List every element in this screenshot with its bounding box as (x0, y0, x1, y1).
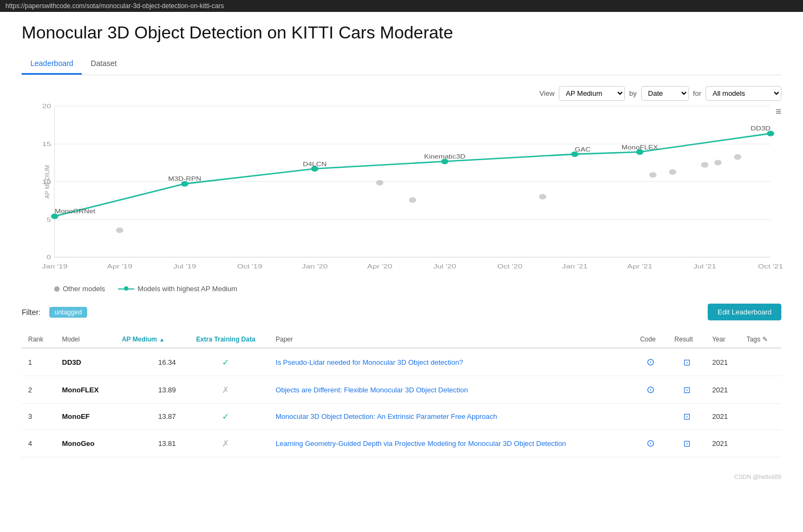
paper-cell: Learning Geometry-Guided Depth via Proje… (269, 430, 634, 457)
svg-text:Jul '19: Jul '19 (173, 262, 196, 270)
ap-medium-cell: 16.34 (115, 348, 182, 376)
paper-link[interactable]: Objects are Different: Flexible Monocula… (276, 386, 468, 394)
svg-text:Jan '20: Jan '20 (302, 262, 328, 270)
result-cell: ⊡ (668, 348, 706, 376)
other-dot (54, 286, 60, 292)
col-result: Result (668, 331, 706, 348)
extra-training-cell: ✓ (182, 404, 269, 430)
chart-container: ≡ AP MEDIUM 0 5 10 15 20 Jan '19 Apr '19 (22, 106, 781, 279)
svg-text:MonoFLEX: MonoFLEX (622, 144, 658, 150)
svg-text:Jan '19: Jan '19 (42, 262, 67, 270)
ap-medium-cell: 13.81 (115, 430, 182, 457)
filter-row: Filter: untagged Edit Leaderboard (22, 304, 781, 320)
chart-controls: View AP Medium AP Easy AP Hard by Date S… (22, 86, 781, 101)
main-line (118, 288, 134, 290)
svg-point-23 (376, 180, 383, 185)
svg-text:DD3D: DD3D (750, 126, 771, 132)
svg-point-30 (734, 154, 741, 160)
tab-bar: Leaderboard Dataset (22, 54, 781, 75)
tab-leaderboard[interactable]: Leaderboard (22, 54, 82, 75)
tags-cell (740, 348, 781, 376)
model-cell: MonoFLEX (56, 376, 115, 404)
svg-point-27 (669, 169, 676, 175)
rank-cell: 3 (22, 404, 56, 430)
legend-main: Models with highest AP Medium (118, 285, 237, 293)
code-cell: ⊙ (634, 376, 668, 404)
paper-cell: Is Pseudo-Lidar needed for Monocular 3D … (269, 348, 634, 376)
extra-training-cell: ✓ (182, 348, 269, 376)
svg-text:Apr '20: Apr '20 (367, 262, 393, 270)
github-icon[interactable]: ⊙ (647, 357, 655, 367)
col-code: Code (634, 331, 668, 348)
tags-cell (740, 376, 781, 404)
col-model: Model (56, 331, 115, 348)
year-cell: 2021 (706, 404, 740, 430)
sort-icon: ▲ (159, 337, 165, 343)
svg-text:D4LCN: D4LCN (303, 161, 327, 167)
metric-select[interactable]: AP Medium AP Easy AP Hard (559, 86, 625, 101)
code-cell (634, 404, 668, 430)
svg-text:Apr '21: Apr '21 (627, 262, 652, 270)
paper-link[interactable]: Monocular 3D Object Detection: An Extrin… (276, 412, 497, 421)
ap-medium-cell: 13.89 (115, 376, 182, 404)
result-cell: ⊡ (668, 404, 706, 430)
svg-point-26 (649, 172, 656, 178)
github-icon[interactable]: ⊙ (647, 438, 655, 449)
year-cell: 2021 (706, 430, 740, 457)
chart-area: AP MEDIUM 0 5 10 15 20 Jan '19 Apr '19 J… (54, 106, 771, 258)
tags-edit-icon[interactable]: ✎ (762, 336, 768, 343)
svg-text:20: 20 (42, 103, 51, 110)
paper-cell: Monocular 3D Object Detection: An Extrin… (269, 404, 634, 430)
svg-text:10: 10 (42, 178, 51, 185)
tags-cell (740, 430, 781, 457)
result-icon[interactable]: ⊡ (683, 439, 690, 448)
paper-link[interactable]: Learning Geometry-Guided Depth via Proje… (276, 439, 566, 448)
leaderboard-table: Rank Model AP Medium ▲ Extra Training Da… (22, 331, 781, 457)
rank-cell: 4 (22, 430, 56, 457)
col-ap-medium[interactable]: AP Medium ▲ (115, 331, 182, 348)
model-cell: DD3D (56, 348, 115, 376)
rank-cell: 2 (22, 376, 56, 404)
rank-cell: 1 (22, 348, 56, 376)
svg-text:MonoGRNet: MonoGRNet (55, 208, 96, 215)
hamburger-menu[interactable]: ≡ (775, 106, 781, 117)
col-tags: Tags ✎ (740, 331, 781, 348)
table-row: 1 DD3D 16.34 ✓ Is Pseudo-Lidar needed fo… (22, 348, 781, 376)
table-row: 4 MonoGeo 13.81 ✗ Learning Geometry-Guid… (22, 430, 781, 457)
url-display: https://paperswithcode.com/sota/monocula… (5, 2, 224, 10)
date-select[interactable]: Date Score (641, 86, 689, 101)
model-filter-select[interactable]: All models With code only (706, 86, 781, 101)
chart-legend: Other models Models with highest AP Medi… (54, 285, 781, 293)
result-cell: ⊡ (668, 376, 706, 404)
extra-training-cell: ✗ (182, 376, 269, 404)
page-title: Monocular 3D Object Detection on KITTI C… (22, 23, 781, 43)
for-label: for (693, 89, 701, 97)
svg-text:5: 5 (47, 216, 51, 224)
result-icon[interactable]: ⊡ (683, 412, 690, 421)
svg-text:Kinematic3D: Kinematic3D (424, 154, 466, 160)
view-label: View (539, 89, 554, 97)
result-icon[interactable]: ⊡ (683, 385, 690, 395)
svg-text:Jan '21: Jan '21 (562, 262, 587, 270)
svg-text:0: 0 (47, 254, 51, 261)
github-icon[interactable]: ⊙ (647, 384, 655, 395)
tab-dataset[interactable]: Dataset (82, 54, 125, 75)
by-label: by (629, 89, 637, 97)
svg-text:Jul '20: Jul '20 (433, 262, 456, 270)
svg-point-24 (409, 197, 416, 202)
edit-leaderboard-button[interactable]: Edit Leaderboard (708, 304, 781, 320)
col-year: Year (706, 331, 740, 348)
svg-point-29 (714, 160, 721, 165)
table-row: 3 MonoEF 13.87 ✓ Monocular 3D Object Det… (22, 404, 781, 430)
legend-main-label: Models with highest AP Medium (138, 285, 237, 293)
year-cell: 2021 (706, 348, 740, 376)
result-icon[interactable]: ⊡ (683, 358, 690, 367)
result-cell: ⊡ (668, 430, 706, 457)
col-ap-medium-label: AP Medium (122, 336, 157, 343)
model-cell: MonoGeo (56, 430, 115, 457)
filter-label: Filter: (22, 308, 41, 317)
filter-tag-untagged[interactable]: untagged (49, 307, 87, 318)
year-cell: 2021 (706, 376, 740, 404)
svg-text:Oct '21: Oct '21 (758, 262, 784, 270)
paper-link[interactable]: Is Pseudo-Lidar needed for Monocular 3D … (276, 358, 463, 366)
